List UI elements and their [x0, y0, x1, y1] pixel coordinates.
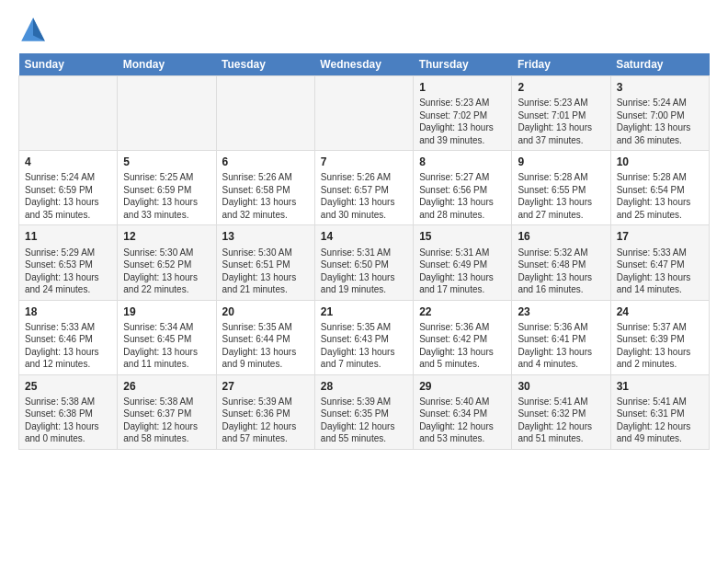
- calendar-cell: [19, 76, 118, 151]
- calendar-cell: 23Sunrise: 5:36 AM Sunset: 6:41 PM Dayli…: [512, 300, 610, 374]
- header-cell-wednesday: Wednesday: [314, 53, 413, 76]
- day-number: 8: [419, 155, 506, 169]
- day-number: 1: [419, 80, 506, 95]
- calendar-cell: 7Sunrise: 5:26 AM Sunset: 6:57 PM Daylig…: [314, 151, 413, 225]
- day-number: 27: [222, 379, 309, 394]
- calendar-cell: 29Sunrise: 5:40 AM Sunset: 6:34 PM Dayli…: [414, 374, 512, 449]
- calendar-cell: [314, 76, 413, 151]
- day-number: 15: [419, 229, 506, 244]
- day-info: Sunrise: 5:40 AM Sunset: 6:34 PM Dayligh…: [419, 396, 506, 445]
- header-cell-sunday: Sunday: [19, 53, 118, 76]
- day-number: 26: [123, 379, 210, 394]
- day-number: 4: [25, 155, 111, 169]
- day-info: Sunrise: 5:26 AM Sunset: 6:58 PM Dayligh…: [222, 171, 309, 221]
- calendar-cell: 21Sunrise: 5:35 AM Sunset: 6:43 PM Dayli…: [314, 300, 413, 374]
- day-number: 2: [518, 80, 604, 95]
- calendar-cell: 11Sunrise: 5:29 AM Sunset: 6:53 PM Dayli…: [19, 225, 118, 300]
- day-number: 13: [222, 229, 309, 244]
- calendar-cell: 4Sunrise: 5:24 AM Sunset: 6:59 PM Daylig…: [19, 151, 118, 225]
- calendar-cell: 30Sunrise: 5:41 AM Sunset: 6:32 PM Dayli…: [512, 374, 610, 449]
- logo: [18, 15, 51, 44]
- header-row: SundayMondayTuesdayWednesdayThursdayFrid…: [19, 53, 710, 76]
- calendar-cell: 15Sunrise: 5:31 AM Sunset: 6:49 PM Dayli…: [414, 225, 512, 300]
- day-info: Sunrise: 5:35 AM Sunset: 6:43 PM Dayligh…: [321, 321, 407, 371]
- day-number: 6: [222, 155, 309, 169]
- day-number: 17: [617, 229, 703, 244]
- day-info: Sunrise: 5:28 AM Sunset: 6:55 PM Dayligh…: [518, 171, 604, 221]
- calendar-cell: 12Sunrise: 5:30 AM Sunset: 6:52 PM Dayli…: [118, 225, 216, 300]
- day-number: 30: [518, 379, 604, 394]
- day-number: 9: [518, 155, 604, 169]
- calendar-cell: 13Sunrise: 5:30 AM Sunset: 6:51 PM Dayli…: [216, 225, 314, 300]
- day-number: 22: [419, 304, 506, 319]
- day-number: 10: [617, 155, 703, 169]
- day-number: 23: [518, 304, 604, 319]
- header-cell-friday: Friday: [512, 53, 610, 76]
- calendar-cell: 8Sunrise: 5:27 AM Sunset: 6:56 PM Daylig…: [414, 151, 512, 225]
- week-row-2: 4Sunrise: 5:24 AM Sunset: 6:59 PM Daylig…: [19, 151, 710, 225]
- day-info: Sunrise: 5:33 AM Sunset: 6:46 PM Dayligh…: [25, 321, 111, 371]
- day-info: Sunrise: 5:29 AM Sunset: 6:53 PM Dayligh…: [25, 247, 111, 296]
- day-info: Sunrise: 5:33 AM Sunset: 6:47 PM Dayligh…: [617, 247, 703, 296]
- day-number: 11: [25, 229, 111, 244]
- calendar-cell: 31Sunrise: 5:41 AM Sunset: 6:31 PM Dayli…: [610, 374, 709, 449]
- day-info: Sunrise: 5:37 AM Sunset: 6:39 PM Dayligh…: [617, 321, 703, 371]
- day-number: 3: [617, 80, 703, 95]
- day-info: Sunrise: 5:31 AM Sunset: 6:49 PM Dayligh…: [419, 247, 506, 296]
- day-number: 19: [123, 304, 210, 319]
- day-info: Sunrise: 5:39 AM Sunset: 6:35 PM Dayligh…: [321, 396, 407, 445]
- day-number: 24: [617, 304, 703, 319]
- day-number: 18: [25, 304, 111, 319]
- day-info: Sunrise: 5:39 AM Sunset: 6:36 PM Dayligh…: [222, 396, 309, 445]
- day-info: Sunrise: 5:23 AM Sunset: 7:02 PM Dayligh…: [419, 97, 506, 146]
- day-number: 25: [25, 379, 111, 394]
- page: SundayMondayTuesdayWednesdayThursdayFrid…: [0, 0, 728, 459]
- week-row-3: 11Sunrise: 5:29 AM Sunset: 6:53 PM Dayli…: [19, 225, 710, 300]
- calendar-cell: 18Sunrise: 5:33 AM Sunset: 6:46 PM Dayli…: [19, 300, 118, 374]
- calendar-cell: 25Sunrise: 5:38 AM Sunset: 6:38 PM Dayli…: [19, 374, 118, 449]
- calendar-cell: 16Sunrise: 5:32 AM Sunset: 6:48 PM Dayli…: [512, 225, 610, 300]
- day-info: Sunrise: 5:34 AM Sunset: 6:45 PM Dayligh…: [123, 321, 210, 371]
- header-cell-tuesday: Tuesday: [216, 53, 314, 76]
- calendar-cell: 22Sunrise: 5:36 AM Sunset: 6:42 PM Dayli…: [414, 300, 512, 374]
- day-number: 14: [321, 229, 407, 244]
- calendar-table: SundayMondayTuesdayWednesdayThursdayFrid…: [18, 53, 710, 450]
- day-info: Sunrise: 5:32 AM Sunset: 6:48 PM Dayligh…: [518, 247, 604, 296]
- week-row-1: 1Sunrise: 5:23 AM Sunset: 7:02 PM Daylig…: [19, 76, 710, 151]
- week-row-4: 18Sunrise: 5:33 AM Sunset: 6:46 PM Dayli…: [19, 300, 710, 374]
- day-info: Sunrise: 5:27 AM Sunset: 6:56 PM Dayligh…: [419, 171, 506, 221]
- day-info: Sunrise: 5:38 AM Sunset: 6:37 PM Dayligh…: [123, 396, 210, 445]
- calendar-cell: 3Sunrise: 5:24 AM Sunset: 7:00 PM Daylig…: [610, 76, 709, 151]
- day-info: Sunrise: 5:23 AM Sunset: 7:01 PM Dayligh…: [518, 97, 604, 146]
- calendar-cell: 26Sunrise: 5:38 AM Sunset: 6:37 PM Dayli…: [118, 374, 216, 449]
- header-cell-thursday: Thursday: [414, 53, 512, 76]
- day-number: 20: [222, 304, 309, 319]
- day-info: Sunrise: 5:31 AM Sunset: 6:50 PM Dayligh…: [321, 247, 407, 296]
- calendar-cell: 20Sunrise: 5:35 AM Sunset: 6:44 PM Dayli…: [216, 300, 314, 374]
- calendar-cell: 10Sunrise: 5:28 AM Sunset: 6:54 PM Dayli…: [610, 151, 709, 225]
- calendar-cell: 19Sunrise: 5:34 AM Sunset: 6:45 PM Dayli…: [118, 300, 216, 374]
- day-number: 28: [321, 379, 407, 394]
- day-info: Sunrise: 5:25 AM Sunset: 6:59 PM Dayligh…: [123, 171, 210, 221]
- calendar-cell: [118, 76, 216, 151]
- calendar-cell: 28Sunrise: 5:39 AM Sunset: 6:35 PM Dayli…: [314, 374, 413, 449]
- day-info: Sunrise: 5:35 AM Sunset: 6:44 PM Dayligh…: [222, 321, 309, 371]
- header: [18, 15, 710, 44]
- calendar-cell: 1Sunrise: 5:23 AM Sunset: 7:02 PM Daylig…: [414, 76, 512, 151]
- logo-icon: [18, 15, 48, 44]
- day-number: 31: [617, 379, 703, 394]
- header-cell-monday: Monday: [118, 53, 216, 76]
- day-info: Sunrise: 5:36 AM Sunset: 6:41 PM Dayligh…: [518, 321, 604, 371]
- day-info: Sunrise: 5:28 AM Sunset: 6:54 PM Dayligh…: [617, 171, 703, 221]
- header-cell-saturday: Saturday: [610, 53, 709, 76]
- day-info: Sunrise: 5:38 AM Sunset: 6:38 PM Dayligh…: [25, 396, 111, 445]
- day-number: 21: [321, 304, 407, 319]
- day-info: Sunrise: 5:24 AM Sunset: 7:00 PM Dayligh…: [617, 97, 703, 146]
- day-number: 16: [518, 229, 604, 244]
- calendar-cell: 27Sunrise: 5:39 AM Sunset: 6:36 PM Dayli…: [216, 374, 314, 449]
- day-info: Sunrise: 5:24 AM Sunset: 6:59 PM Dayligh…: [25, 171, 111, 221]
- day-info: Sunrise: 5:36 AM Sunset: 6:42 PM Dayligh…: [419, 321, 506, 371]
- day-info: Sunrise: 5:30 AM Sunset: 6:52 PM Dayligh…: [123, 247, 210, 296]
- day-info: Sunrise: 5:41 AM Sunset: 6:32 PM Dayligh…: [518, 396, 604, 445]
- calendar-cell: 6Sunrise: 5:26 AM Sunset: 6:58 PM Daylig…: [216, 151, 314, 225]
